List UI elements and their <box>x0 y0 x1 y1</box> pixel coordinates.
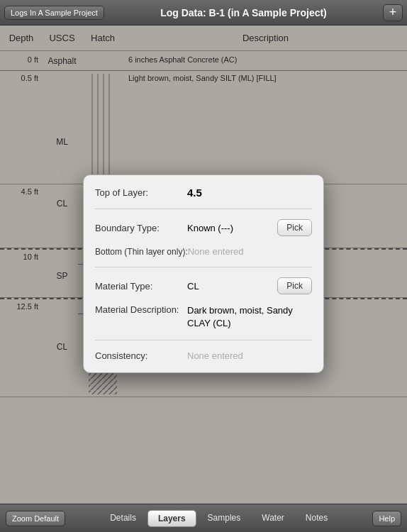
tab-details[interactable]: Details <box>100 510 146 527</box>
modal-top-of-layer-row: Top of Layer: 4.5 <box>95 187 312 199</box>
boundary-type-value: Known (---) <box>187 223 277 233</box>
top-of-layer-label: Top of Layer: <box>95 187 187 198</box>
boundary-type-label: Boundary Type: <box>95 223 187 233</box>
modal-separator-1 <box>95 209 312 209</box>
help-button[interactable]: Help <box>372 511 401 526</box>
modal-overlay: Top of Layer: 4.5 Boundary Type: Known (… <box>0 26 407 504</box>
bottom-toolbar: Zoom Default Details Layers Samples Wate… <box>0 504 407 532</box>
modal-bottom-row: Bottom (Thin layer only): None entered <box>95 246 312 257</box>
back-button[interactable]: Logs In A Sample Project <box>4 6 104 20</box>
tab-samples[interactable]: Samples <box>198 510 251 527</box>
add-button[interactable]: + <box>383 4 403 21</box>
consistency-value: None entered <box>187 350 312 361</box>
tab-layers[interactable]: Layers <box>147 510 196 527</box>
tab-water[interactable]: Water <box>252 510 294 527</box>
modal-boundary-row: Boundary Type: Known (---) Pick <box>95 219 312 236</box>
material-type-value: CL <box>187 281 277 292</box>
material-desc-label: Material Description: <box>95 304 187 315</box>
top-navigation-bar: Logs In A Sample Project Log Data: B-1 (… <box>0 0 407 26</box>
modal-consistency-row: Consistency: None entered <box>95 350 312 361</box>
zoom-default-button[interactable]: Zoom Default <box>6 511 65 526</box>
material-type-label: Material Type: <box>95 281 187 292</box>
modal-separator-3 <box>95 340 312 340</box>
modal-separator-2 <box>95 267 312 267</box>
page-title: Log Data: B-1 (in A Sample Project) <box>104 7 383 18</box>
tab-notes[interactable]: Notes <box>296 510 338 527</box>
modal-material-type-row: Material Type: CL Pick <box>95 277 312 294</box>
main-content: Depth USCS Hatch Description 0 ft Asphal… <box>0 26 407 504</box>
modal-material-desc-row: Material Description: Dark brown, moist,… <box>95 304 312 330</box>
bottom-label: Bottom (Thin layer only): <box>95 247 188 257</box>
bottom-value: None entered <box>188 246 312 257</box>
material-desc-value: Dark brown, moist, Sandy CLAY (CL) <box>187 304 312 330</box>
boundary-pick-button[interactable]: Pick <box>277 219 312 236</box>
bottom-tabs: Details Layers Samples Water Notes <box>65 510 372 527</box>
top-of-layer-value: 4.5 <box>187 187 312 199</box>
modal-dialog: Top of Layer: 4.5 Boundary Type: Known (… <box>83 174 324 373</box>
material-pick-button[interactable]: Pick <box>277 277 312 294</box>
consistency-label: Consistency: <box>95 350 187 361</box>
